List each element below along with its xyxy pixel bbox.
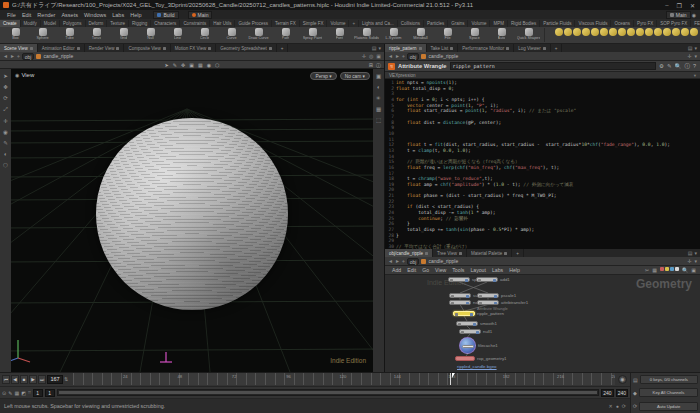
pin-icon[interactable]: ⌖ (17, 53, 20, 60)
minimize-button[interactable]: – (665, 2, 668, 9)
shelf-tab[interactable]: Particle Fluids (540, 20, 575, 27)
shelf-tool-environment-light[interactable]: Environment Light (617, 28, 626, 36)
tab-take-list[interactable]: Take List (427, 44, 459, 52)
shading-icon[interactable]: ◐ (377, 84, 380, 90)
node-null1[interactable]: null1 (459, 329, 492, 334)
tab-performance-monitor[interactable]: Performance Monitor (458, 44, 514, 52)
wire-mode-icon[interactable]: ⬡ (215, 62, 219, 68)
pose-icon[interactable]: ◉ (3, 129, 8, 135)
pin-pane-icon[interactable]: ✛ (687, 53, 691, 59)
display-flag[interactable] (466, 302, 469, 305)
tab-render-view[interactable]: Render View (85, 44, 125, 52)
shelf-tab[interactable]: Oceans (611, 20, 634, 27)
net-menu-help[interactable]: Help (506, 267, 523, 273)
help-icon[interactable]: ? (693, 63, 696, 70)
stop-button[interactable]: ■ (20, 375, 28, 384)
node-body[interactable] (449, 293, 471, 298)
move-tool-icon[interactable]: ✥ (181, 62, 185, 68)
layout-icon[interactable]: ⊞ (369, 62, 373, 68)
maximize-button[interactable]: ❐ (677, 2, 682, 9)
rippled-sphere-geometry[interactable] (96, 118, 288, 310)
misc-tool-icon[interactable]: ⬡ (3, 162, 8, 168)
path-node[interactable]: candle_ripple (428, 53, 458, 59)
node-body[interactable] (459, 337, 476, 354)
global-end-field[interactable]: 240 (616, 389, 628, 397)
select-icon[interactable]: ➤ (3, 73, 8, 79)
view-menu[interactable]: ◉ View (15, 72, 34, 78)
sculpt-icon[interactable]: ◐ (4, 151, 7, 157)
path-root[interactable]: obj (22, 53, 35, 60)
tab-animation-editor[interactable]: Animation Editor (38, 44, 85, 52)
camera-selector[interactable]: No cam ▾ (340, 72, 370, 80)
tab-material-palette[interactable]: Material Palette (467, 249, 512, 257)
shelf-tab[interactable]: SOP Pyro FX (657, 20, 691, 27)
display-options-icon[interactable]: ▣ (376, 73, 381, 79)
display-flag[interactable] (476, 331, 479, 334)
shelf-tab[interactable]: Volume (327, 20, 349, 27)
step-back-button[interactable]: ◀ (11, 375, 19, 384)
tab-obj-candle-ripple[interactable]: obj/candle_ripple (385, 249, 433, 257)
info-icon[interactable]: ⓘ (376, 62, 381, 68)
shelf-tool-draw-curve[interactable]: Draw Curve (245, 28, 272, 40)
shelf-tool-font[interactable]: Font (326, 28, 353, 40)
shelf-tool-portal-light[interactable]: Portal Light (653, 28, 662, 36)
brush-icon[interactable]: ✎ (3, 140, 8, 146)
play-button[interactable]: ▶ (29, 375, 37, 384)
shelf-tool-auto[interactable]: Auto (488, 28, 515, 40)
close-button[interactable]: ✕ (690, 2, 695, 9)
shelf-tab[interactable]: Create (0, 20, 21, 27)
shelf-tool-null[interactable]: Null (137, 28, 164, 40)
keys-channels-button[interactable]: 0 keys, 0/0 channels (640, 375, 698, 384)
global-start-field[interactable]: 1 (33, 389, 43, 397)
lighting-icon[interactable]: ☀ (376, 95, 381, 101)
add-view-icon[interactable]: ✛ (362, 53, 366, 59)
node-attribtransfer1[interactable]: attribtransfer1 (477, 300, 528, 305)
shelf-tool-vr-camera[interactable]: VR Camera (680, 28, 689, 36)
menu-labs[interactable]: Labs (109, 12, 127, 18)
shelf-tab[interactable]: Volume (468, 20, 490, 27)
node-filecache1[interactable]: filecache1 (459, 337, 498, 354)
shelf-tool-file[interactable]: File (434, 28, 461, 40)
playback-end-field[interactable]: 240 (601, 389, 613, 397)
shelf-tool-tube[interactable]: Tube (56, 28, 83, 40)
shelf-tab[interactable]: FEM (691, 20, 700, 27)
display-flag[interactable] (470, 313, 473, 316)
shelf-tool-caustic-light[interactable]: Caustic Light (644, 28, 653, 36)
display-flag[interactable] (494, 302, 497, 305)
node-body[interactable] (455, 356, 475, 361)
shelf-tab[interactable]: Model (41, 20, 60, 27)
shelf-tool-sun-light[interactable]: Sun Light (635, 28, 644, 36)
shelf-tool-box[interactable]: Box (2, 28, 29, 40)
node-link-text[interactable]: rippled_candle.bgeo (457, 364, 497, 369)
shelf-tool-torus[interactable]: Torus (83, 28, 110, 40)
pane-menu-icon[interactable]: ▤ (688, 45, 693, 51)
desktop-selector[interactable]: Build (153, 11, 178, 19)
display-flag[interactable] (473, 323, 476, 326)
frame-spinner[interactable]: ⇅ (64, 376, 68, 382)
auto-key-icon[interactable]: ✎ (8, 390, 12, 396)
shelf-tool-ambient-light[interactable]: Ambient Light (662, 28, 671, 36)
shelf-tool-camera[interactable]: Camera (554, 28, 563, 36)
shelf-tool-space[interactable]: Space (461, 28, 488, 40)
go-end-button[interactable]: ⏭ (38, 375, 46, 384)
translate-icon[interactable]: ✥ (3, 84, 8, 90)
scale-icon[interactable]: ⤢ (3, 106, 7, 113)
pane-split-icon[interactable]: ▾ (378, 45, 381, 51)
pane-menu-icon[interactable]: ▤ (372, 45, 377, 51)
tab--[interactable]: + (551, 44, 563, 52)
net-menu-tools[interactable]: Tools (449, 267, 467, 273)
node-body[interactable] (448, 277, 470, 282)
net-menu-go[interactable]: Go (419, 267, 432, 273)
shelf-tab[interactable]: Lights and Ca... (359, 20, 398, 27)
shelf-tool-metaball[interactable]: Metaball (407, 28, 434, 40)
menu-edit[interactable]: Edit (19, 12, 34, 18)
scope-icon[interactable]: ▦ (14, 390, 19, 396)
shelf-tab[interactable]: Characters (151, 20, 180, 27)
shelf-tool-curve[interactable]: Curve (218, 28, 245, 40)
more-icon[interactable]: ▾ (694, 258, 697, 264)
path-node[interactable]: candle_ripple (43, 53, 73, 59)
display-flag[interactable] (465, 279, 468, 282)
path-node[interactable]: candle_ripple (428, 258, 458, 264)
minimap-icon[interactable]: ▣ (691, 267, 696, 273)
expand-editor-icon[interactable]: ▾ (694, 73, 696, 78)
